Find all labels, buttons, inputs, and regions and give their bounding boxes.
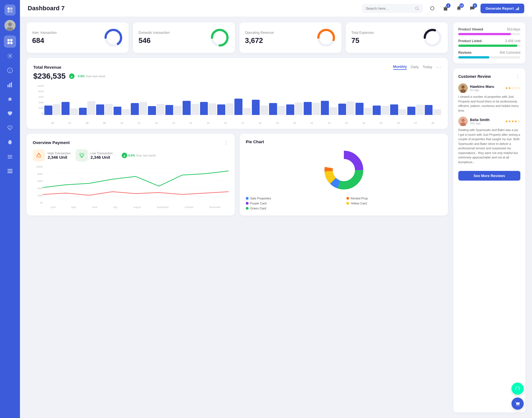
stat-value-2: 546 — [139, 36, 170, 45]
sidebar-item-list[interactable] — [4, 165, 16, 177]
svg-point-45 — [81, 157, 82, 158]
metric-product-viewed: Product Viewed 561/days — [458, 27, 520, 35]
stat-cards-row: Inter. transaction 684 Domestic transact… — [27, 22, 448, 53]
payment-header: Overview Payment ⋮ — [33, 139, 229, 145]
metric-listed-value: 3,456 Unit — [505, 39, 520, 43]
gift-icon-btn[interactable]: 2 — [441, 3, 451, 13]
bar-label-6: 12 — [148, 122, 164, 124]
search-input[interactable] — [366, 6, 413, 11]
bar-label-4: 10 — [114, 122, 130, 124]
bar-group-16 — [321, 101, 337, 115]
bar-gray-18 — [364, 108, 372, 115]
review-time-2: 20m ago — [470, 122, 490, 125]
sidebar-item-star[interactable] — [4, 93, 16, 105]
bar-blue-11 — [234, 99, 242, 115]
bell-icon-btn[interactable]: 12 — [454, 3, 464, 13]
main-content: Dashboard 7 2 — [20, 0, 532, 418]
chat-icon-btn[interactable]: 5 — [467, 3, 477, 13]
review-text-2: Dealing with Syamsudin and Bakri was a j… — [458, 128, 520, 164]
tab-daily[interactable]: Daily — [411, 65, 419, 70]
sidebar-item-menu[interactable] — [4, 151, 16, 163]
gift-badge: 2 — [446, 3, 451, 8]
bar-group-0 — [44, 104, 61, 115]
theme-toggle[interactable] — [427, 3, 437, 13]
bar-gray-2 — [87, 101, 95, 115]
sidebar-item-analytics[interactable] — [4, 79, 16, 91]
bar-blue-5 — [131, 103, 139, 115]
revenue-more-icon[interactable]: ⋯ — [436, 64, 441, 70]
bar-label-13: 19 — [269, 122, 285, 124]
revenue-card: Total Revenue Monthly Daily Today ⋯ $236… — [27, 58, 448, 129]
logo[interactable] — [4, 4, 16, 16]
reviews-title: Customer Review — [458, 74, 491, 79]
bar-gray-16 — [329, 107, 337, 115]
sidebar-item-settings[interactable] — [4, 50, 16, 62]
review-user-2: Bella Smith 20m ago ★★★★☆ — [458, 117, 520, 126]
payment-more-icon[interactable]: ⋮ — [224, 139, 229, 145]
review-avatar-1 — [458, 83, 468, 93]
donut-2 — [210, 28, 229, 47]
svg-point-63 — [519, 405, 520, 406]
bar-gray-21 — [416, 105, 424, 115]
bar-group-18 — [355, 103, 372, 115]
svg-rect-1 — [10, 7, 12, 10]
bar-group-2 — [79, 101, 95, 115]
bar-group-14 — [286, 102, 303, 115]
sidebar-item-dashboard[interactable] — [4, 35, 16, 48]
sidebar-item-print[interactable] — [4, 136, 16, 148]
high-transaction-icon — [33, 149, 45, 161]
support-float-button[interactable] — [511, 383, 524, 395]
bar-blue-3 — [96, 104, 104, 115]
sale-dot — [246, 197, 249, 200]
bar-label-1: 07 — [62, 122, 78, 124]
bar-blue-18 — [355, 103, 364, 115]
chat-badge: 5 — [473, 3, 477, 8]
high-value: 2,346 Unit — [48, 155, 71, 160]
payment-card: Overview Payment ⋮ — [27, 134, 235, 216]
sidebar-item-info[interactable]: i — [4, 64, 16, 76]
metric-viewed-value: 561/days — [507, 27, 520, 31]
stat-card-operating: Operating Revenue 3,672 — [239, 22, 341, 53]
donut-1 — [104, 28, 123, 47]
metric-product-listed: Product Listed 3,456 Unit — [458, 39, 520, 47]
revenue-change-pct: 0.8% — [78, 75, 85, 78]
bar-blue-21 — [407, 107, 415, 115]
tab-today[interactable]: Today — [423, 65, 432, 70]
legend-sale: Sale Properties — [246, 197, 341, 200]
stat-label-3: Operating Revenue — [245, 31, 274, 35]
sidebar-item-heart[interactable] — [4, 107, 16, 120]
see-more-reviews-button[interactable]: See More Reviews — [458, 171, 520, 181]
bar-group-21 — [407, 105, 424, 115]
line-chart: 1000k 800k 600k 400k 200k 0k — [33, 165, 229, 210]
revenue-amount: $236,535 — [33, 72, 66, 81]
tab-monthly[interactable]: Monthly — [393, 65, 407, 70]
bar-group-20 — [390, 104, 406, 115]
generate-report-button[interactable]: Generate Report — [480, 4, 524, 13]
reviews-more-icon[interactable]: ⋮ — [515, 73, 520, 80]
search-box[interactable] — [362, 4, 423, 13]
svg-rect-0 — [7, 7, 10, 10]
bar-chart-bars — [33, 84, 441, 115]
bar-label-12: 18 — [252, 122, 268, 124]
metric-viewed-label: Product Viewed — [458, 27, 483, 31]
bar-blue-17 — [338, 104, 346, 115]
bar-blue-4 — [114, 107, 122, 115]
bar-group-1 — [62, 102, 78, 115]
svg-rect-10 — [10, 42, 12, 44]
bar-group-5 — [131, 102, 147, 115]
review-user-1: Hawkins Maru 5m ago ★★☆☆☆ — [458, 83, 520, 93]
green-label: Green Card — [250, 207, 266, 210]
payment-up-arrow: ▲ — [122, 153, 127, 158]
bar-gray-1 — [70, 108, 78, 115]
cart-float-button[interactable] — [511, 398, 524, 410]
svg-rect-21 — [8, 155, 12, 156]
review-stars-2: ★★★★☆ — [505, 119, 520, 123]
purple-label: Purple Card — [250, 202, 267, 205]
sidebar-item-health[interactable] — [4, 122, 16, 134]
bar-blue-22 — [425, 105, 433, 115]
metric-listed-fill — [458, 45, 517, 47]
metric-listed-bar — [458, 45, 520, 47]
avatar[interactable] — [4, 20, 16, 31]
bar-blue-6 — [148, 106, 156, 115]
review-avatar-2 — [458, 117, 468, 126]
